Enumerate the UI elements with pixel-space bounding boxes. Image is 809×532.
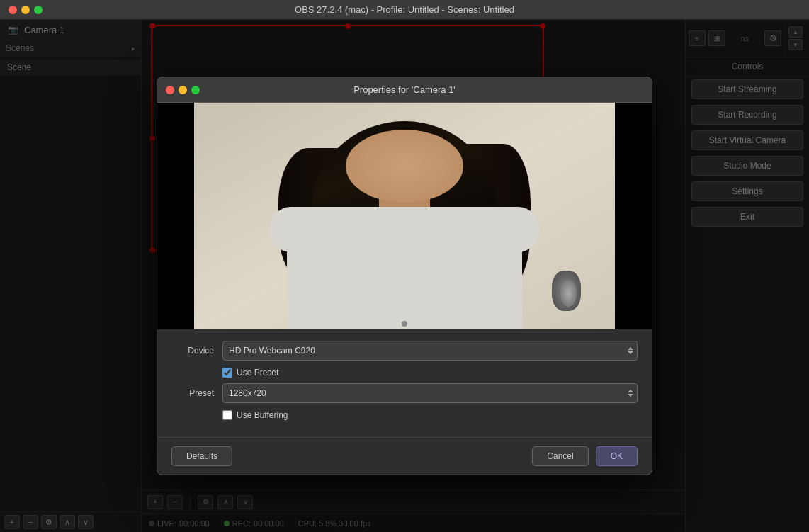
properties-dialog: Properties for 'Camera 1'	[157, 77, 652, 475]
dialog-traffic-lights[interactable]	[166, 86, 200, 94]
title-bar: OBS 27.2.4 (mac) - Profile: Untitled - S…	[0, 0, 809, 20]
use-buffering-row: Use Buffering	[171, 410, 638, 420]
preview-black-right	[615, 103, 652, 329]
dialog-maximize-button[interactable]	[191, 86, 200, 94]
device-control: HD Pro Webcam C920	[222, 341, 638, 361]
webcam-preview	[194, 103, 614, 329]
preview-black-left	[157, 103, 194, 329]
dialog-title-bar: Properties for 'Camera 1'	[157, 77, 652, 103]
device-row: Device HD Pro Webcam C920	[171, 341, 638, 361]
preset-label: Preset	[171, 388, 214, 398]
app-title: OBS 27.2.4 (mac) - Profile: Untitled - S…	[295, 4, 514, 15]
modal-overlay: Properties for 'Camera 1'	[0, 20, 809, 532]
cancel-button[interactable]: Cancel	[532, 446, 588, 466]
dialog-form: Device HD Pro Webcam C920 Use Preset	[157, 329, 652, 437]
preset-select[interactable]: 1280x720	[222, 383, 638, 403]
defaults-button[interactable]: Defaults	[171, 446, 232, 466]
preset-control: 1280x720	[222, 383, 638, 403]
traffic-lights[interactable]	[9, 6, 43, 14]
dialog-minimize-button[interactable]	[179, 86, 187, 94]
use-preset-row: Use Preset	[171, 368, 638, 378]
dialog-close-button[interactable]	[166, 86, 174, 94]
preset-row: Preset 1280x720	[171, 383, 638, 403]
preview-dot	[402, 321, 407, 327]
minimize-button[interactable]	[21, 6, 30, 14]
use-preset-checkbox[interactable]	[222, 368, 232, 378]
dialog-title: Properties for 'Camera 1'	[353, 84, 456, 95]
footer-right-buttons: Cancel OK	[532, 446, 638, 466]
dialog-preview	[157, 103, 652, 329]
device-select[interactable]: HD Pro Webcam C920	[222, 341, 638, 361]
preview-inner	[194, 103, 614, 329]
maximize-button[interactable]	[34, 6, 43, 14]
use-buffering-checkbox[interactable]	[222, 410, 232, 420]
device-label: Device	[171, 346, 214, 356]
dialog-footer: Defaults Cancel OK	[157, 437, 652, 475]
use-buffering-label[interactable]: Use Buffering	[237, 410, 288, 420]
use-preset-label[interactable]: Use Preset	[237, 368, 278, 378]
ok-button[interactable]: OK	[596, 446, 638, 466]
close-button[interactable]	[9, 6, 17, 14]
